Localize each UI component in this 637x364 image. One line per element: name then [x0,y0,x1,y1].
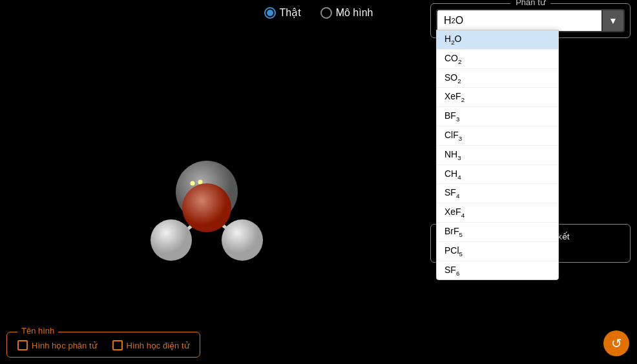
real-mode-label: Thật [280,6,301,19]
reload-button[interactable]: ↺ [603,330,629,356]
ten-hinh-group: Tên hình Hình học phân tử Hình học điện … [6,332,200,358]
svg-point-5 [182,183,231,232]
dropdown-item-pcl5[interactable]: PCl5 [437,242,558,261]
molecule-dropdown-list: H2O CO2 SO2 XeF2 BF3 ClF3 NH3 CH4 SF4 Xe… [436,30,559,280]
real-mode-radio[interactable]: Thật [264,6,301,19]
dropdown-item-h2o[interactable]: H2O [437,30,558,50]
dropdown-item-bf3[interactable]: BF3 [437,107,558,126]
hinh-hoc-phan-tu-option[interactable]: Hình học phân tử [17,340,97,350]
dropdown-item-so2[interactable]: SO2 [437,69,558,88]
hinh-hoc-dien-tu-checkbox[interactable] [112,340,123,350]
molecule-display-area [0,39,413,364]
phan-tu-group: Phân tử H2O ▼ H2O CO2 SO2 XeF2 BF3 ClF3 … [430,3,631,38]
dropdown-item-sf4[interactable]: SF4 [437,184,558,203]
molecule-dropdown-button[interactable]: ▼ [601,9,625,32]
phan-tu-group-label: Phân tử [510,0,550,7]
svg-point-7 [222,219,263,261]
molecule-svg [136,130,278,272]
hinh-hoc-phan-tu-label: Hình học phân tử [32,341,97,350]
model-mode-label: Mô hình [336,7,373,19]
dropdown-arrow-icon: ▼ [609,15,618,26]
svg-point-3 [191,181,195,186]
molecule-dropdown-row: H2O ▼ [436,9,625,32]
ten-hinh-group-label: Tên hình [17,326,58,336]
svg-point-6 [151,219,192,261]
dropdown-item-xef2[interactable]: XeF2 [437,88,558,107]
hinh-hoc-phan-tu-checkbox[interactable] [17,340,28,350]
ten-hinh-options: Hình học phân tử Hình học điện tử [17,340,189,350]
hinh-hoc-dien-tu-option[interactable]: Hình học điện tử [112,340,189,350]
dropdown-item-brf5[interactable]: BrF5 [437,223,558,242]
molecule-dropdown-display[interactable]: H2O [436,9,601,32]
dropdown-item-nh3[interactable]: NH3 [437,146,558,165]
dropdown-item-ch4[interactable]: CH4 [437,165,558,185]
reload-icon: ↺ [611,336,622,351]
model-mode-radio[interactable]: Mô hình [320,7,373,19]
model-mode-radio-circle [320,7,332,19]
dropdown-item-clf3[interactable]: ClF3 [437,126,558,146]
hinh-hoc-dien-tu-label: Hình học điện tử [127,341,189,350]
dropdown-item-sf6[interactable]: SF6 [437,261,558,280]
right-panel: Phân tử H2O ▼ H2O CO2 SO2 XeF2 BF3 ClF3 … [430,0,631,263]
dropdown-item-co2[interactable]: CO2 [437,50,558,69]
dropdown-item-xef4[interactable]: XeF4 [437,203,558,223]
svg-point-4 [198,180,203,185]
real-mode-radio-circle [264,7,276,19]
